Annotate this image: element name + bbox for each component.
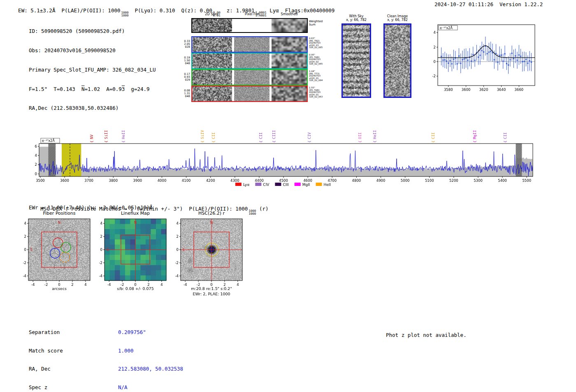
- weight-value: 028: [180, 46, 190, 49]
- frac-bot: 1000: [249, 213, 256, 216]
- clean-image-stamp: [383, 23, 411, 98]
- with-sky-stamp: [341, 23, 371, 98]
- match-field-label: Match score: [29, 348, 118, 354]
- info-radec: RA,Dec (212.583038,50.032486): [29, 105, 163, 111]
- table-row: Match score1.000: [29, 348, 183, 354]
- elixer-report: EW: 5.1±3.2Å P(LAE)/P(OII): 100010001000…: [0, 0, 576, 392]
- hsc-cutout-panel: [167, 217, 245, 288]
- sum-label: Sum: [309, 23, 327, 27]
- match-table: Separation0.209756" Match score1.000 RA,…: [29, 317, 183, 392]
- spec2d-header-2dspec: 2D Spec: [191, 12, 232, 16]
- match-field-label: Separation: [29, 329, 118, 336]
- info-id: ID: 5090098520 (5090098520.pdf): [29, 28, 163, 35]
- lineflux-map-panel: [91, 217, 169, 288]
- clean-image-title: Clean Image x, y: 66, 782: [383, 14, 411, 22]
- seeing-part: F=1.5" T=0.143: [29, 86, 81, 92]
- fiber-xlabel: arcsecs: [28, 286, 90, 291]
- table-row: Spec zN/A: [29, 385, 183, 391]
- fiber-positions-panel: [15, 217, 93, 288]
- fiber-positions-title: Fiber Positions: [28, 211, 90, 216]
- spec2d-fiber-strip-3: [191, 69, 308, 86]
- annotation-line: 326_LU_063: [309, 96, 330, 98]
- hsc-dex-suffix: (r): [256, 206, 268, 212]
- info-seeing: F=1.5" T=0.143 N=1.02 A=0.93 g=24.9: [29, 86, 163, 93]
- spec2d-header-smoothed: Smoothed: [271, 12, 308, 16]
- match-field-label: Spec z: [29, 385, 118, 391]
- weight-value: 029: [180, 79, 190, 81]
- spec2d-row-annotation: 0.95"(65, 596)20240703v016_02326_LU_065: [309, 54, 330, 65]
- spec2d-row-weights: 0.170.93029: [180, 73, 190, 81]
- lineflux-map-title: Lineflux Map: [105, 211, 166, 216]
- spec2d-row-annotation: 1.55"(65, 596)20240703v016_01326_LU_063: [309, 87, 330, 98]
- line-fit-plot: [424, 19, 541, 97]
- annotation-line: 326_LU_065: [309, 63, 330, 65]
- spec2d-header-pixelflat: Pixel Flat: [234, 12, 271, 16]
- seeing-part: =1.02 A=0.9: [84, 86, 121, 92]
- weight-value: 048: [180, 62, 190, 65]
- spec2d-fiber-strip-1: [191, 36, 308, 53]
- datetime-version: 2024-10-27 01:11:26 Version 1.22.2: [434, 1, 543, 7]
- weighted-sum-label: Weighted Sum: [309, 20, 327, 26]
- summary-ew-plae: EW: 5.1±3.2Å P(LAE)/P(OII): 1000: [18, 7, 120, 14]
- lineflux-caption: s/b: 0.08 +/- 0.075: [105, 286, 166, 291]
- hsc-caption-2: EWr: 2, PLAE: 1000: [181, 292, 242, 296]
- with-sky-title: With Sky x, y: 66, 782: [341, 14, 371, 22]
- match-field-value: N/A: [118, 384, 128, 390]
- table-row: Separation0.209756": [29, 329, 183, 336]
- full-spectrum-plot: [24, 120, 540, 192]
- info-obs: Obs: 20240703v016_5090098520: [29, 47, 163, 54]
- match-field-label: RA, Dec: [29, 366, 118, 372]
- weight-value: 048: [180, 95, 190, 98]
- hsc-plae-fraction: 10001000: [249, 210, 256, 216]
- spec2d-weighted-sum-strip: [191, 18, 308, 33]
- with-sky-coords: x, y: 66, 782: [341, 18, 371, 22]
- annotation-line: 326_LU_085: [309, 46, 330, 49]
- seeing-part: g=24.9: [125, 86, 149, 92]
- spec2d-fiber-strip-4: [191, 86, 308, 102]
- photz-note: Phot z plot not available.: [386, 332, 467, 338]
- clean-image-label: Clean Image: [383, 14, 411, 18]
- spec2d-row-weights: 0.191.50048: [180, 56, 190, 65]
- spec2d-row-annotation: 0.63"(66, 782)20240703v016_03326_LU_085: [309, 37, 330, 49]
- spec2d-row-weights: 0.332.05028: [180, 40, 190, 48]
- match-field-value: 212.583080, 50.032538: [118, 366, 183, 372]
- match-field-value: 1.000: [118, 348, 134, 354]
- info-slot: Primary Spec_Slot_IFU_AMP: 326_082_034_L…: [29, 67, 163, 73]
- spec2d-row-annotation: 1.04"(66, 773)20240703v016_01326_LU_084: [309, 70, 330, 82]
- match-field-value: 0.209756": [118, 329, 146, 335]
- clean-image-coords: x, y: 66, 782: [383, 18, 411, 22]
- spec2d-fiber-strip-2: [191, 53, 308, 69]
- table-row: RA, Dec212.583080, 50.032538: [29, 366, 183, 372]
- with-sky-label: With Sky: [341, 14, 371, 18]
- hsc-caption-1: m:20.8 re:1.5" s:0.2": [181, 286, 242, 291]
- spec2d-row-weights: 0.081.31048: [180, 89, 190, 97]
- annotation-line: 326_LU_084: [309, 79, 330, 82]
- hsc-cutout-title: HSC(26.2) r: [181, 211, 242, 216]
